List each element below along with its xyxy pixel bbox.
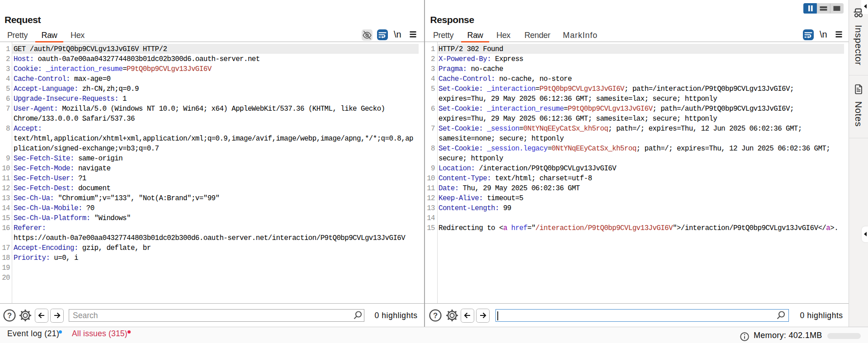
svg-text:?: ? (7, 311, 12, 320)
svg-text:?: ? (433, 311, 438, 320)
